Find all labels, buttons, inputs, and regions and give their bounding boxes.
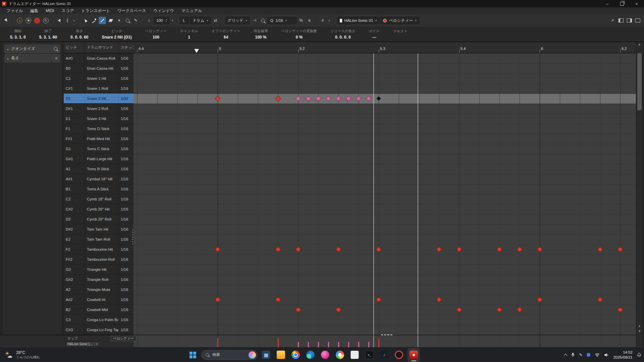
drum-row[interactable]: F#2Tambourine Roll1/16	[64, 254, 133, 264]
drum-note[interactable]	[376, 247, 382, 252]
drum-row[interactable]: G#2Triangle Roll1/16	[64, 275, 133, 285]
vertical-scrollbar[interactable]: ▲ ▼ +	[636, 42, 643, 347]
notes-taskbar-button[interactable]	[348, 348, 361, 362]
infoline-value[interactable]: 100 %	[255, 35, 267, 40]
inspector-section-0[interactable]: クオンタイズ	[5, 45, 60, 53]
drum-note[interactable]	[497, 247, 502, 252]
menu-item-2[interactable]: MIDI	[42, 8, 58, 13]
line-tool[interactable]	[132, 17, 140, 24]
microphone-icon[interactable]	[571, 353, 575, 357]
grid-select[interactable]: グリッド	[225, 17, 250, 24]
drum-row[interactable]: D2Cymb 20" Roll1/16	[64, 214, 133, 224]
drum-map-select[interactable]: HALion Sonic [...	[66, 342, 99, 347]
drum-row[interactable]: F2Tambourine Hit1/16	[64, 244, 133, 254]
velocity-lane-grid[interactable]	[133, 335, 636, 347]
minimize-button[interactable]: –	[600, 0, 614, 7]
drum-note[interactable]	[215, 297, 221, 303]
drum-note[interactable]	[296, 247, 301, 252]
infoline-value[interactable]: 100	[153, 35, 159, 40]
event-layers-icon[interactable]: ≡	[319, 17, 326, 24]
menu-item-3[interactable]: スコア	[58, 8, 77, 14]
record-in-editor-button[interactable]	[34, 18, 40, 23]
menu-item-5[interactable]: ワークスペース	[114, 8, 150, 14]
infoline-value[interactable]: 0. 0. 0. 0	[335, 35, 351, 40]
playhead-marker[interactable]	[194, 49, 199, 53]
autoscroll-button[interactable]	[64, 17, 71, 24]
drum-note[interactable]	[597, 297, 603, 303]
zoom-tool[interactable]	[124, 17, 131, 24]
drum-note[interactable]	[296, 307, 301, 313]
chrome-taskbar-button[interactable]	[289, 348, 302, 362]
start-button[interactable]	[187, 349, 199, 361]
setup-window-layout-button[interactable]	[634, 17, 641, 24]
quantize-apply-button[interactable]	[259, 17, 267, 24]
infoline-value[interactable]: 5. 3. 1. 60	[39, 35, 57, 40]
trim-tool[interactable]	[99, 17, 106, 24]
menu-item-0[interactable]: ファイル	[3, 8, 26, 14]
drum-row[interactable]: C2Cymb 18" Roll1/16	[64, 194, 133, 204]
drum-row[interactable]: F1Toms D Stick1/16	[64, 124, 133, 134]
drum-row[interactable]: C#2Cymb 20" Hit1/16	[64, 204, 133, 214]
explorer-taskbar-button[interactable]	[275, 348, 287, 362]
monitor-button[interactable]	[55, 17, 63, 24]
infoline-value[interactable]: 5. 3. 1. 0	[10, 35, 26, 40]
quantize-preset-select[interactable]: Q 1/16	[268, 17, 297, 24]
weather-widget[interactable]: ☀ ☁ 28°C くもりのち晴れ	[0, 347, 45, 362]
autoscroll-options-button[interactable]	[72, 17, 76, 24]
wifi-icon[interactable]	[595, 353, 600, 357]
infoline-value[interactable]: 64	[224, 35, 228, 40]
search-box[interactable]: 検索	[201, 350, 258, 360]
drumstick-tool[interactable]	[90, 17, 98, 24]
velocity-stepper[interactable]: ▴▾	[166, 19, 167, 22]
velocity-bar[interactable]	[278, 338, 279, 347]
column-header[interactable]: スナップ	[119, 42, 133, 53]
layers-options-button[interactable]	[327, 17, 331, 24]
drum-row[interactable]: C1Snare 1 Hit1/16	[64, 73, 133, 83]
drum-note[interactable]	[376, 297, 382, 303]
pin-editor-button[interactable]	[3, 17, 10, 24]
drum-row[interactable]: A1Toms B Stick1/16	[64, 164, 133, 174]
drum-note[interactable]	[336, 307, 341, 313]
drum-row[interactable]: E2Tam Tam Roll1/16	[64, 234, 133, 244]
velocity-bar[interactable]	[358, 342, 359, 347]
drum-row[interactable]: B0Gran Cassa Hit1/16	[64, 63, 133, 73]
infoline-value[interactable]: —	[372, 35, 376, 40]
close-button[interactable]: ×	[629, 0, 644, 7]
drum-row[interactable]: A#2Cowbell Hi1/16	[64, 295, 133, 305]
notifications-bell-icon[interactable]	[637, 353, 641, 357]
menu-item-4[interactable]: トランスポート	[77, 8, 114, 14]
drum-row[interactable]: G2Triangle Hit1/16	[64, 264, 133, 275]
inspector-section-1[interactable]: 長さ	[5, 54, 60, 62]
note-grid[interactable]	[133, 53, 636, 335]
iterative-quantize-button[interactable]: %	[298, 17, 305, 24]
drum-row[interactable]: B1Toms A Stick1/16	[64, 184, 133, 194]
drum-row[interactable]: D#1Snare 2 Roll1/16	[64, 104, 133, 114]
right-zone-button[interactable]	[626, 17, 633, 24]
drum-note[interactable]	[597, 247, 603, 252]
drum-row[interactable]: A2Triangle Mute1/16	[64, 285, 133, 295]
infoline-value[interactable]: Snare 2 Hit (D1)	[102, 35, 131, 40]
eraser-tool[interactable]	[107, 17, 114, 24]
open-in-window-button[interactable]: ↗	[609, 17, 616, 24]
velocity-bar[interactable]	[378, 338, 379, 347]
scroll-down-arrow[interactable]: ▼	[636, 324, 643, 328]
mute-tool[interactable]	[115, 17, 123, 24]
copilot-icon[interactable]	[249, 351, 256, 359]
drum-note[interactable]	[275, 247, 281, 252]
velocity-bar[interactable]	[348, 342, 349, 347]
solo-editor-button[interactable]: s	[17, 18, 22, 23]
velocity-bar[interactable]	[308, 342, 309, 347]
velocity-bar[interactable]	[318, 342, 319, 347]
terminal-taskbar-button[interactable]	[363, 348, 376, 362]
menu-item-7[interactable]: マニュアル	[178, 8, 206, 14]
loop-l-button[interactable]: L	[180, 17, 189, 24]
drum-row[interactable]: E1Snare 3 Hit1/16	[64, 114, 133, 124]
swap-icon[interactable]: ⇄	[212, 17, 219, 24]
drum-note[interactable]	[457, 247, 462, 252]
infoline-value[interactable]: 0. 0. 0. 60	[70, 35, 88, 40]
controller-lane-select[interactable]: ベロシティー	[380, 17, 419, 24]
drum-row[interactable]: B2Cowbell Mid1/16	[64, 305, 133, 315]
velocity-bar[interactable]	[298, 342, 299, 347]
drum-note[interactable]	[537, 247, 543, 252]
drum-note[interactable]	[436, 247, 442, 252]
